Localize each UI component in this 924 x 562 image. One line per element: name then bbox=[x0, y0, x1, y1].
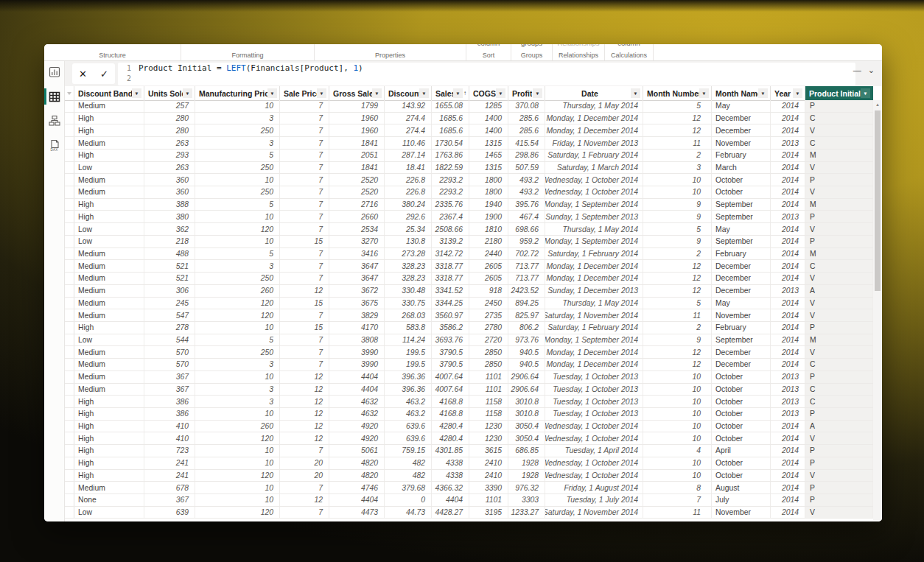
cell[interactable]: 2850 bbox=[469, 359, 508, 370]
cell[interactable]: 4366.32 bbox=[432, 482, 469, 493]
cell[interactable]: 12 bbox=[280, 371, 329, 383]
cell[interactable]: 10 bbox=[195, 174, 280, 186]
cell[interactable]: 2367.4 bbox=[432, 211, 469, 222]
cell[interactable]: Wednesday, 1 October 2014 bbox=[545, 421, 643, 432]
filter-dropdown-icon[interactable]: ▾ bbox=[267, 88, 277, 98]
cell[interactable]: December bbox=[712, 260, 771, 272]
cell[interactable]: 4168.8 bbox=[432, 408, 469, 420]
cell[interactable]: 493.2 bbox=[508, 186, 545, 198]
cell[interactable]: 0 bbox=[385, 494, 432, 506]
cell[interactable]: 976.32 bbox=[508, 482, 545, 493]
cell[interactable]: 2014 bbox=[771, 248, 805, 260]
cell[interactable]: August bbox=[712, 482, 771, 493]
cell[interactable]: 1822.59 bbox=[432, 162, 469, 174]
cell[interactable]: V bbox=[805, 432, 873, 444]
row-gutter[interactable] bbox=[65, 211, 74, 222]
row-gutter[interactable] bbox=[65, 346, 74, 358]
cell[interactable]: 12 bbox=[280, 432, 329, 444]
cell[interactable]: 2716 bbox=[329, 199, 385, 211]
cell[interactable]: Medium bbox=[74, 384, 144, 396]
cell[interactable]: 2014 bbox=[771, 113, 805, 124]
cell[interactable]: 3142.72 bbox=[432, 248, 469, 260]
cell[interactable]: 2013 bbox=[771, 211, 805, 222]
cell[interactable]: 260 bbox=[195, 421, 280, 432]
column-header-year[interactable]: Year▾ bbox=[771, 86, 805, 100]
filter-dropdown-icon[interactable]: ▾ bbox=[183, 88, 192, 98]
cell[interactable]: September bbox=[712, 211, 771, 222]
row-gutter[interactable] bbox=[65, 298, 74, 309]
cell[interactable]: December bbox=[712, 124, 771, 136]
cell[interactable]: Medium bbox=[74, 174, 144, 186]
cell[interactable]: 7 bbox=[280, 445, 329, 457]
cell[interactable]: 4404 bbox=[329, 384, 385, 396]
cell[interactable]: 5 bbox=[195, 334, 280, 346]
cell[interactable]: 1730.54 bbox=[432, 137, 469, 149]
cell[interactable]: 2508.66 bbox=[432, 223, 469, 235]
cell[interactable]: 3647 bbox=[329, 273, 385, 284]
cell[interactable]: Thursday, 1 May 2014 bbox=[545, 298, 643, 309]
cell[interactable]: 1685.6 bbox=[432, 124, 469, 136]
cell[interactable]: 241 bbox=[144, 470, 195, 482]
cell[interactable]: 274.4 bbox=[385, 124, 432, 136]
cell[interactable]: Low bbox=[74, 507, 144, 519]
cell[interactable]: 12 bbox=[643, 285, 712, 297]
cell[interactable]: 3829 bbox=[329, 309, 385, 321]
cell[interactable]: 386 bbox=[144, 396, 195, 407]
cell[interactable]: 328.23 bbox=[385, 260, 432, 272]
cell[interactable]: October bbox=[712, 432, 771, 444]
filter-dropdown-icon[interactable]: ▾ bbox=[758, 88, 768, 98]
cell[interactable]: 2014 bbox=[771, 100, 805, 112]
cell[interactable]: 3010.8 bbox=[508, 408, 545, 420]
cell[interactable]: 713.77 bbox=[508, 260, 545, 272]
cell[interactable]: 7 bbox=[280, 248, 329, 260]
cell[interactable]: 250 bbox=[195, 346, 280, 358]
cell[interactable]: 1101 bbox=[469, 384, 508, 396]
cell[interactable]: 287.14 bbox=[385, 150, 432, 161]
sidebar-item-dax-query-view[interactable]: DAX bbox=[44, 137, 65, 153]
cell[interactable]: 2014 bbox=[771, 174, 805, 186]
row-gutter[interactable] bbox=[65, 470, 74, 482]
cell[interactable]: Medium bbox=[74, 186, 144, 198]
row-gutter[interactable] bbox=[65, 174, 74, 186]
cell[interactable]: 3390 bbox=[469, 482, 508, 493]
cell[interactable]: 806.2 bbox=[508, 322, 545, 334]
cell[interactable]: 698.66 bbox=[508, 223, 545, 235]
cell[interactable]: 2410 bbox=[469, 470, 508, 482]
cell[interactable]: High bbox=[74, 421, 144, 432]
cell[interactable]: A bbox=[805, 285, 873, 297]
cell[interactable]: October bbox=[712, 384, 771, 396]
cell[interactable]: 3 bbox=[195, 137, 280, 149]
cell[interactable]: 370.08 bbox=[508, 100, 545, 112]
cell[interactable]: High bbox=[74, 445, 144, 457]
cell[interactable]: Medium bbox=[74, 260, 144, 272]
cell[interactable]: 10 bbox=[195, 236, 280, 247]
cell[interactable]: 2410 bbox=[469, 457, 508, 469]
cell[interactable]: P bbox=[805, 445, 873, 457]
cell[interactable]: 280 bbox=[144, 124, 195, 136]
cell[interactable]: 3416 bbox=[329, 248, 385, 260]
cell[interactable]: 4920 bbox=[329, 432, 385, 444]
cell[interactable]: Monday, 1 December 2014 bbox=[545, 359, 643, 370]
cell[interactable]: 702.72 bbox=[508, 248, 545, 260]
cell[interactable]: 4404 bbox=[432, 494, 469, 506]
cell[interactable]: 7 bbox=[643, 494, 712, 506]
cell[interactable]: 367 bbox=[144, 371, 195, 383]
commit-icon[interactable]: ✓ bbox=[100, 69, 108, 79]
cell[interactable]: 639.6 bbox=[385, 432, 432, 444]
cell[interactable]: 1900 bbox=[469, 211, 508, 222]
cell[interactable]: Saturday, 1 March 2014 bbox=[545, 162, 643, 174]
cell[interactable]: 273.28 bbox=[385, 248, 432, 260]
cell[interactable]: Monday, 1 September 2014 bbox=[545, 334, 643, 346]
column-header-product-initial[interactable]: Product Initial▾ bbox=[805, 86, 873, 100]
cell[interactable]: 547 bbox=[144, 309, 195, 321]
cell[interactable]: High bbox=[74, 124, 144, 136]
cell[interactable]: Medium bbox=[74, 285, 144, 297]
cell[interactable]: 396.36 bbox=[385, 384, 432, 396]
column-header-discounts[interactable]: Discounts▾ bbox=[385, 86, 432, 100]
cell[interactable]: 2850 bbox=[469, 346, 508, 358]
cell[interactable]: 521 bbox=[144, 273, 195, 284]
row-gutter[interactable] bbox=[65, 186, 74, 198]
select-all-corner[interactable] bbox=[65, 86, 74, 100]
cell[interactable]: 199.5 bbox=[385, 359, 432, 370]
cell[interactable]: 5 bbox=[195, 199, 280, 211]
